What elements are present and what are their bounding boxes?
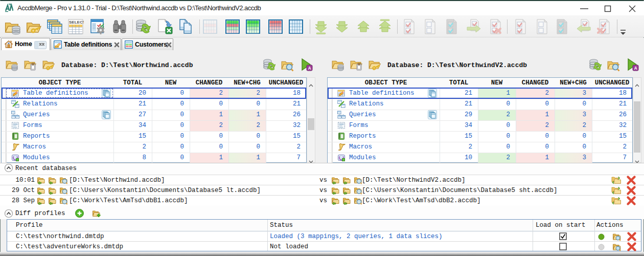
svg-text:SELECT: SELECT: [69, 20, 84, 25]
svg-text:A: A: [308, 66, 311, 71]
svg-text:A: A: [634, 66, 637, 71]
